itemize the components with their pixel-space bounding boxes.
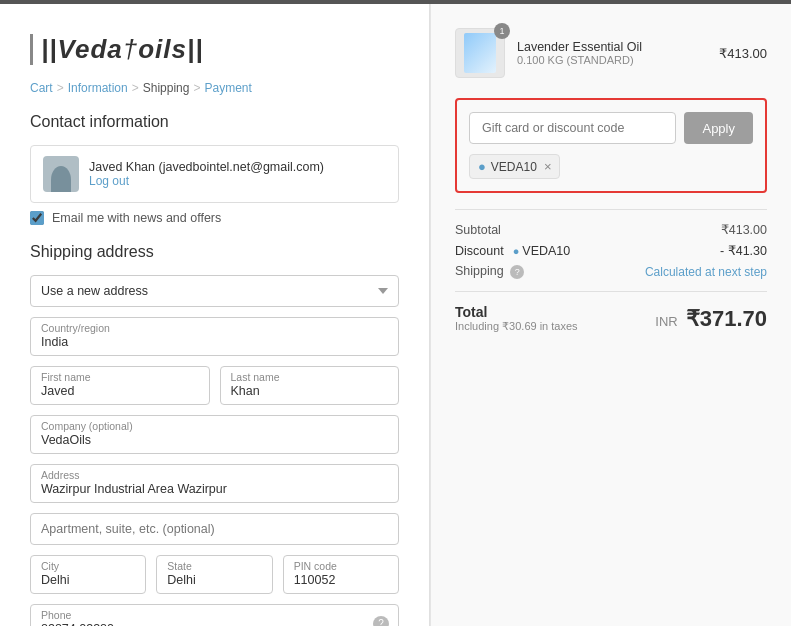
newsletter-label: Email me with news and offers [52, 211, 221, 225]
discount-box: Apply ● VEDA10 × [455, 98, 767, 193]
phone-group: Phone ? [30, 604, 399, 626]
breadcrumb-payment[interactable]: Payment [204, 81, 251, 95]
shipping-title: Shipping address [30, 243, 399, 261]
coupon-code: VEDA10 [491, 160, 537, 174]
discount-row: Discount ● VEDA10 - ₹41.30 [455, 243, 767, 258]
coupon-shield-icon: ● [478, 159, 486, 174]
discount-label: Discount ● VEDA10 [455, 244, 570, 258]
company-label: Company (optional) [41, 420, 388, 432]
breadcrumb-sep-2: > [132, 81, 139, 95]
shipping-help-icon[interactable]: ? [510, 265, 524, 279]
total-label: Total [455, 304, 578, 320]
coupon-tag: ● VEDA10 × [469, 154, 560, 179]
newsletter-row: Email me with news and offers [30, 211, 399, 225]
first-name-group: First name [30, 366, 210, 405]
total-row: Total Including ₹30.69 in taxes INR ₹371… [455, 304, 767, 333]
total-label-block: Total Including ₹30.69 in taxes [455, 304, 578, 333]
first-name-input[interactable] [41, 384, 199, 398]
discount-value: - ₹41.30 [720, 243, 767, 258]
name-row: First name Last name [30, 366, 399, 415]
contact-email: Javed Khan (javedbointel.net@gmail.com) [89, 160, 386, 174]
discount-shield-icon: ● [513, 245, 520, 257]
logo: ||Veda†oils|| [30, 34, 399, 65]
coupon-tag-row: ● VEDA10 × [469, 154, 753, 179]
apartment-input[interactable] [30, 513, 399, 545]
last-name-input[interactable] [231, 384, 389, 398]
total-amount-block: INR ₹371.70 [655, 306, 767, 332]
product-img-inner [464, 33, 496, 73]
phone-label: Phone [41, 609, 388, 621]
breadcrumb: Cart > Information > Shipping > Payment [30, 81, 399, 95]
coupon-remove-button[interactable]: × [544, 159, 552, 174]
summary-divider-1 [455, 209, 767, 210]
right-panel: 1 Lavender Essential Oil 0.100 KG (STAND… [430, 4, 791, 626]
discount-input[interactable] [469, 112, 676, 144]
pin-input[interactable] [294, 573, 388, 587]
first-name-label: First name [41, 371, 199, 383]
last-name-group: Last name [220, 366, 400, 405]
breadcrumb-cart[interactable]: Cart [30, 81, 53, 95]
last-name-label: Last name [231, 371, 389, 383]
summary-divider-2 [455, 291, 767, 292]
discount-code: VEDA10 [522, 244, 570, 258]
company-input[interactable] [41, 433, 388, 447]
address-select[interactable]: Use a new address [30, 275, 399, 307]
country-select[interactable]: India [41, 335, 388, 349]
newsletter-checkbox[interactable] [30, 211, 44, 225]
pin-wrapper: PIN code [283, 555, 399, 594]
breadcrumb-information[interactable]: Information [68, 81, 128, 95]
product-badge: 1 [494, 23, 510, 39]
city-state-pin-row: City State Delhi PIN code [30, 555, 399, 604]
phone-input[interactable] [41, 622, 364, 626]
first-name-wrapper: First name [30, 366, 210, 405]
total-amount: ₹371.70 [686, 306, 767, 332]
last-name-wrapper: Last name [220, 366, 400, 405]
pin-group: PIN code [283, 555, 399, 594]
subtotal-value: ₹413.00 [721, 222, 767, 237]
logout-link[interactable]: Log out [89, 174, 129, 188]
contact-title: Contact information [30, 113, 399, 131]
phone-wrapper: Phone [30, 604, 399, 626]
country-group: Country/region India [30, 317, 399, 356]
address-wrapper: Address [30, 464, 399, 503]
shipping-value: Calculated at next step [645, 265, 767, 279]
company-wrapper: Company (optional) [30, 415, 399, 454]
city-group: City [30, 555, 146, 594]
address-group: Address [30, 464, 399, 503]
shipping-row: Shipping ? Calculated at next step [455, 264, 767, 279]
contact-details: Javed Khan (javedbointel.net@gmail.com) … [89, 160, 386, 188]
subtotal-row: Subtotal ₹413.00 [455, 222, 767, 237]
breadcrumb-shipping: Shipping [143, 81, 190, 95]
shipping-section: Shipping address Use a new address Count… [30, 243, 399, 626]
state-group: State Delhi [156, 555, 272, 594]
product-details: Lavender Essential Oil 0.100 KG (STANDAR… [517, 40, 707, 66]
city-wrapper: City [30, 555, 146, 594]
city-label: City [41, 560, 135, 572]
address-select-group: Use a new address [30, 275, 399, 307]
shipping-label-text: Shipping ? [455, 264, 524, 279]
product-sub: 0.100 KG (STANDARD) [517, 54, 707, 66]
state-label: State [167, 560, 261, 572]
breadcrumb-sep-3: > [193, 81, 200, 95]
state-select[interactable]: Delhi [167, 573, 261, 587]
left-panel: ||Veda†oils|| Cart > Information > Shipp… [0, 4, 430, 626]
product-row: 1 Lavender Essential Oil 0.100 KG (STAND… [455, 28, 767, 78]
subtotal-label: Subtotal [455, 223, 501, 237]
phone-help-icon[interactable]: ? [373, 616, 389, 627]
contact-info-box: Javed Khan (javedbointel.net@gmail.com) … [30, 145, 399, 203]
product-image: 1 [455, 28, 505, 78]
breadcrumb-sep-1: > [57, 81, 64, 95]
avatar-figure [51, 166, 71, 192]
total-sub: Including ₹30.69 in taxes [455, 320, 578, 333]
country-label: Country/region [41, 322, 388, 334]
product-name: Lavender Essential Oil [517, 40, 707, 54]
address-input[interactable] [41, 482, 388, 496]
total-currency: INR [655, 314, 677, 329]
state-wrapper: State Delhi [156, 555, 272, 594]
discount-input-row: Apply [469, 112, 753, 144]
apartment-group [30, 513, 399, 545]
address-label: Address [41, 469, 388, 481]
apply-button[interactable]: Apply [684, 112, 753, 144]
city-input[interactable] [41, 573, 135, 587]
country-input-wrapper: Country/region India [30, 317, 399, 356]
